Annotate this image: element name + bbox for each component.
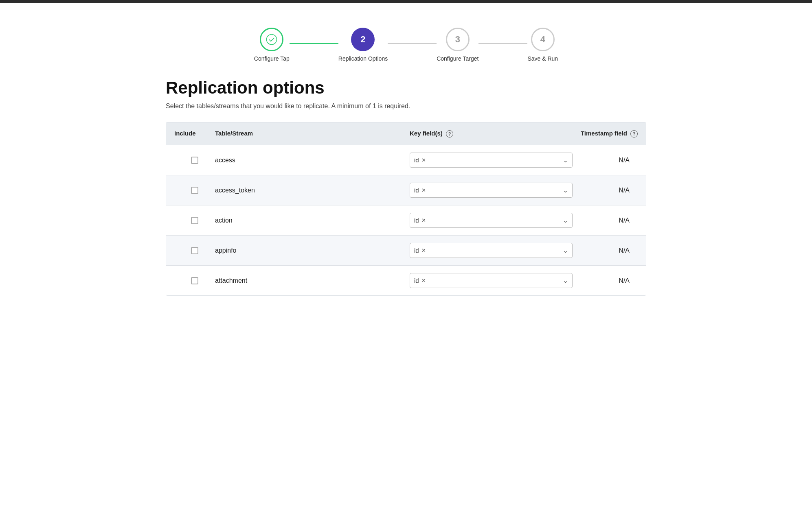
checkbox-attachment[interactable] [191,277,198,284]
step-1: Configure Tap [254,28,290,62]
step-1-label: Configure Tap [254,55,290,62]
stream-name-access-token: access_token [215,187,410,194]
tag-remove-access[interactable]: ✕ [421,157,426,163]
table-row: access id ✕ ⌄ N/A [166,145,646,175]
timestamp-access: N/A [573,157,638,164]
table-row: access_token id ✕ ⌄ N/A [166,175,646,205]
key-tag-attachment: id ✕ [414,277,426,284]
wizard-steps: Configure Tap 2 Replication Options 3 Co… [254,28,558,62]
key-field-select-access[interactable]: id ✕ ⌄ [410,153,573,168]
checkbox-action[interactable] [191,217,198,224]
col-header-include: Include [174,130,215,138]
step-2-label: Replication Options [338,55,388,62]
checkbox-cell-appinfo [174,247,215,254]
step-2: 2 Replication Options [338,28,388,62]
key-tag-appinfo: id ✕ [414,247,426,254]
step-1-circle [260,28,283,51]
col-header-timestamp: Timestamp field ? [573,130,638,138]
key-fields-help-icon[interactable]: ? [446,130,453,138]
main-content: Replication options Select the tables/st… [141,78,671,296]
key-field-select-appinfo[interactable]: id ✕ ⌄ [410,243,573,258]
key-field-cell-appinfo: id ✕ ⌄ [410,243,573,258]
stream-name-action: action [215,217,410,224]
dropdown-arrow-attachment: ⌄ [563,277,568,284]
connector-2-3 [388,43,437,44]
step-4-label: Save & Run [527,55,558,62]
checkbox-access[interactable] [191,157,198,164]
step-3-circle: 3 [446,28,470,51]
timestamp-appinfo: N/A [573,247,638,254]
connector-1-2 [290,43,338,44]
timestamp-action: N/A [573,217,638,224]
tag-remove-attachment[interactable]: ✕ [421,277,426,284]
key-field-cell-access-token: id ✕ ⌄ [410,183,573,198]
checkbox-cell-access [174,157,215,164]
tag-remove-access-token[interactable]: ✕ [421,187,426,193]
stream-name-attachment: attachment [215,277,410,284]
key-field-select-attachment[interactable]: id ✕ ⌄ [410,273,573,288]
timestamp-access-token: N/A [573,187,638,194]
key-tag-action: id ✕ [414,217,426,224]
replication-table: Include Table/Stream Key field(s) ? Time… [166,122,646,296]
dropdown-arrow-access: ⌄ [563,156,568,164]
col-header-table-stream: Table/Stream [215,130,410,138]
page-title: Replication options [166,78,646,98]
tag-remove-action[interactable]: ✕ [421,217,426,223]
timestamp-attachment: N/A [573,277,638,284]
key-field-cell-action: id ✕ ⌄ [410,213,573,228]
tag-remove-appinfo[interactable]: ✕ [421,247,426,253]
stream-name-appinfo: appinfo [215,247,410,254]
checkbox-cell-access-token [174,187,215,194]
step-2-circle: 2 [351,28,375,51]
key-field-cell-attachment: id ✕ ⌄ [410,273,573,288]
table-header: Include Table/Stream Key field(s) ? Time… [166,122,646,145]
checkbox-cell-attachment [174,277,215,284]
key-field-cell-access: id ✕ ⌄ [410,153,573,168]
key-tag-access-token: id ✕ [414,187,426,194]
checkbox-access-token[interactable] [191,187,198,194]
page-subtitle: Select the tables/streams that you would… [166,103,646,110]
table-row: appinfo id ✕ ⌄ N/A [166,236,646,266]
col-header-key-fields: Key field(s) ? [410,130,573,138]
dropdown-arrow-action: ⌄ [563,216,568,224]
key-field-select-access-token[interactable]: id ✕ ⌄ [410,183,573,198]
dropdown-arrow-access-token: ⌄ [563,186,568,194]
dropdown-arrow-appinfo: ⌄ [563,247,568,254]
step-4: 4 Save & Run [527,28,558,62]
key-field-select-action[interactable]: id ✕ ⌄ [410,213,573,228]
key-tag-access: id ✕ [414,157,426,164]
checkbox-cell-action [174,217,215,224]
connector-3-4 [478,43,527,44]
stream-name-access: access [215,157,410,164]
table-row: attachment id ✕ ⌄ N/A [166,266,646,295]
step-3-label: Configure Target [437,55,478,62]
step-4-circle: 4 [531,28,555,51]
timestamp-help-icon[interactable]: ? [630,130,638,138]
wizard-steps-container: Configure Tap 2 Replication Options 3 Co… [0,3,812,78]
top-bar [0,0,812,3]
step-3: 3 Configure Target [437,28,478,62]
checkbox-appinfo[interactable] [191,247,198,254]
svg-point-0 [267,34,277,44]
table-row: action id ✕ ⌄ N/A [166,205,646,236]
